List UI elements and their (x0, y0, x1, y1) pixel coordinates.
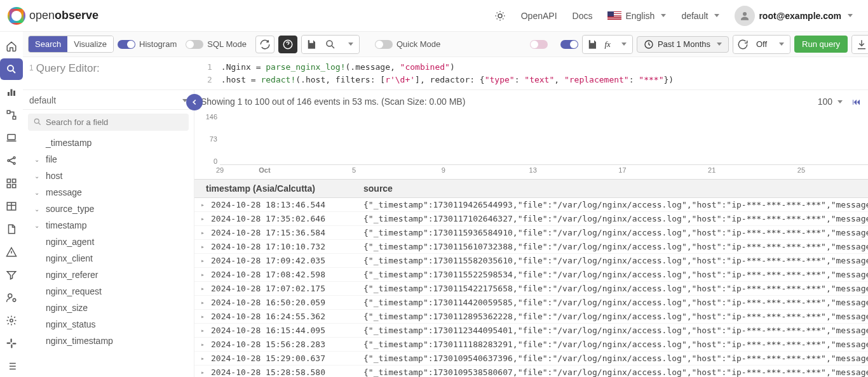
nav-dashboards[interactable] (0, 173, 23, 194)
nav-rum[interactable] (0, 127, 23, 149)
theme-toggle[interactable] (487, 6, 513, 25)
cell-source: {"_timestamp":1730114420059585,"file":"/… (363, 298, 868, 307)
nav-home[interactable] (0, 36, 23, 57)
field-nginx_timestamp[interactable]: nginx_timestamp (23, 333, 194, 349)
fx-dropdown[interactable] (613, 36, 632, 53)
field-nginx_agent[interactable]: nginx_agent (23, 234, 194, 250)
nav-logs[interactable] (0, 58, 23, 80)
refresh-dropdown[interactable] (771, 36, 790, 53)
field-file[interactable]: ⌄file (23, 151, 194, 168)
nav-traces[interactable] (0, 104, 23, 126)
save-dropdown[interactable] (340, 36, 359, 53)
expand-row-icon[interactable]: ▸ (201, 257, 211, 264)
field-nginx_referer[interactable]: nginx_referer (23, 267, 194, 283)
expand-row-icon[interactable]: ▸ (201, 201, 211, 208)
svg-point-9 (8, 160, 10, 162)
table-row[interactable]: ▸2024-10-28 17:07:02.175{"_timestamp":17… (194, 282, 868, 296)
table-row[interactable]: ▸2024-10-28 15:28:58.580{"_timestamp":17… (194, 366, 868, 377)
table-row[interactable]: ▸2024-10-28 18:13:46.544{"_timestamp":17… (194, 198, 868, 212)
quick-label: Quick Mode (397, 39, 440, 49)
col-header-source[interactable]: source (363, 183, 868, 194)
nav-pipelines[interactable] (0, 150, 23, 171)
fx-save-button[interactable] (583, 36, 602, 53)
unknown-toggle-1[interactable] (530, 40, 548, 49)
page-size-select[interactable]: 100 (818, 96, 843, 107)
nav-settings[interactable] (0, 310, 23, 331)
expand-row-icon[interactable]: ▸ (201, 243, 211, 250)
expand-row-icon[interactable]: ▸ (201, 341, 211, 348)
expand-row-icon[interactable]: ▸ (201, 369, 211, 376)
user-menu[interactable]: root@example.com (727, 2, 860, 30)
svg-point-0 (498, 14, 502, 18)
expand-row-icon[interactable]: ▸ (201, 229, 211, 236)
nav-reports[interactable] (0, 218, 23, 240)
table-row[interactable]: ▸2024-10-28 17:08:42.598{"_timestamp":17… (194, 268, 868, 282)
mode-search[interactable]: Search (29, 36, 67, 52)
run-query-button[interactable]: Run query (794, 36, 848, 53)
org-select[interactable]: default (674, 7, 727, 25)
openapi-link[interactable]: OpenAPI (513, 7, 565, 25)
help-button[interactable] (278, 36, 297, 53)
refresh-now-button[interactable] (733, 36, 752, 53)
field-search-input[interactable] (28, 114, 189, 131)
nav-slack[interactable] (0, 333, 23, 354)
table-row[interactable]: ▸2024-10-28 16:50:20.059{"_timestamp":17… (194, 296, 868, 310)
reset-button[interactable] (255, 36, 275, 53)
docs-link[interactable]: Docs (565, 7, 600, 25)
mode-visualize[interactable]: Visualize (67, 36, 113, 52)
nav-iam[interactable] (0, 287, 23, 308)
table-row[interactable]: ▸2024-10-28 15:29:00.637{"_timestamp":17… (194, 352, 868, 366)
nav-alerts[interactable] (0, 241, 23, 263)
field-host[interactable]: ⌄host (23, 168, 194, 184)
field-timestamp[interactable]: ⌄timestamp (23, 217, 194, 234)
logo[interactable]: openobserve (8, 7, 98, 25)
expand-row-icon[interactable]: ▸ (201, 355, 211, 362)
expand-row-icon[interactable]: ▸ (201, 299, 211, 306)
field-nginx_status[interactable]: nginx_status (23, 316, 194, 333)
table-row[interactable]: ▸2024-10-28 17:09:42.035{"_timestamp":17… (194, 254, 868, 268)
unknown-toggle-2[interactable] (560, 40, 578, 49)
stream-select[interactable]: default (23, 90, 194, 110)
expand-row-icon[interactable]: ▸ (201, 313, 211, 320)
search-saved-button[interactable] (321, 36, 340, 53)
quick-toggle[interactable] (375, 40, 393, 49)
save-button[interactable] (302, 36, 321, 53)
main: Search Visualize Histogram SQL Mode Quic… (0, 32, 868, 377)
histogram-toggle[interactable] (118, 40, 135, 49)
field-nginx_request[interactable]: nginx_request (23, 283, 194, 300)
expand-row-icon[interactable]: ▸ (201, 285, 211, 292)
table-row[interactable]: ▸2024-10-28 16:24:55.362{"_timestamp":17… (194, 310, 868, 324)
field-message[interactable]: ⌄message (23, 184, 194, 201)
svg-point-2 (8, 65, 13, 71)
nav-functions[interactable] (0, 264, 23, 286)
refresh-mode-label: Off (752, 39, 771, 49)
field-nginx_client[interactable]: nginx_client (23, 250, 194, 267)
expand-row-icon[interactable]: ▸ (201, 271, 211, 278)
table-row[interactable]: ▸2024-10-28 17:10:10.732{"_timestamp":17… (194, 240, 868, 254)
cell-source: {"_timestamp":1730111188283291,"file":"/… (363, 340, 868, 349)
table-row[interactable]: ▸2024-10-28 15:56:28.283{"_timestamp":17… (194, 338, 868, 352)
nav-metrics[interactable] (0, 81, 23, 103)
table-row[interactable]: ▸2024-10-28 16:15:44.095{"_timestamp":17… (194, 324, 868, 338)
collapse-fields-button[interactable] (186, 94, 203, 110)
field-_timestamp[interactable]: _timestamp (23, 135, 194, 151)
col-header-timestamp[interactable]: timestamp (Asia/Calcutta) (201, 183, 363, 194)
nav-about[interactable] (0, 355, 23, 377)
table-row[interactable]: ▸2024-10-28 17:15:36.584{"_timestamp":17… (194, 226, 868, 240)
histogram-chart[interactable]: 146730 29Oct5913172125 (220, 113, 868, 176)
svg-rect-8 (8, 135, 15, 140)
download-button[interactable] (852, 36, 868, 53)
time-range-select[interactable]: Past 1 Months (637, 36, 729, 53)
field-nginx_size[interactable]: nginx_size (23, 300, 194, 316)
sql-toggle[interactable] (186, 40, 203, 49)
nav-streams[interactable] (0, 195, 23, 217)
sun-icon (494, 10, 506, 22)
pager-first[interactable]: ⏮ (849, 94, 864, 109)
language-select[interactable]: English (600, 7, 674, 25)
code-editor[interactable]: 1 .Nginx = parse_nginx_log!(.message, "c… (201, 57, 868, 89)
expand-row-icon[interactable]: ▸ (201, 215, 211, 222)
table-row[interactable]: ▸2024-10-28 17:35:02.646{"_timestamp":17… (194, 212, 868, 226)
chevron-down-icon: ⌄ (34, 189, 41, 196)
expand-row-icon[interactable]: ▸ (201, 327, 211, 334)
field-source_type[interactable]: ⌄source_type (23, 201, 194, 217)
